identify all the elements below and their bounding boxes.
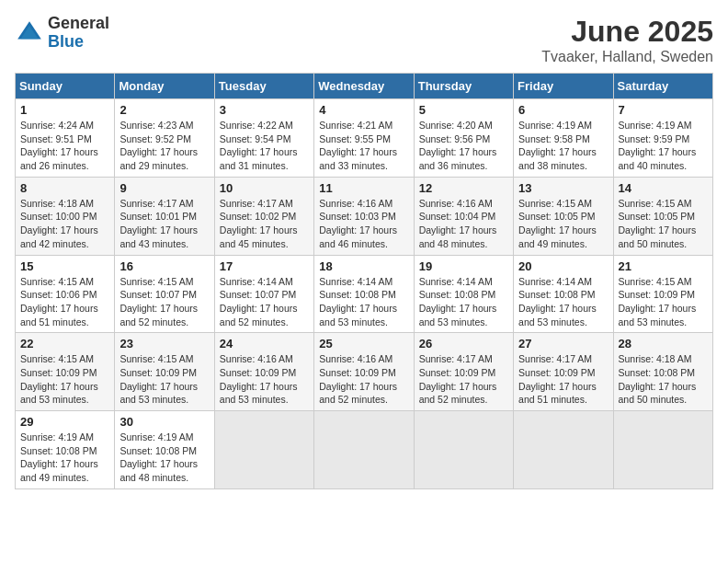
- day-info: Sunrise: 4:15 AM Sunset: 10:07 PM Daylig…: [119, 275, 209, 329]
- day-info: Sunrise: 4:19 AM Sunset: 10:08 PM Daylig…: [119, 431, 209, 485]
- logo: General Blue: [15, 15, 109, 52]
- day-number: 4: [319, 103, 408, 117]
- logo-general-label: General: [48, 15, 109, 33]
- day-info: Sunrise: 4:15 AM Sunset: 10:05 PM Daylig…: [518, 197, 608, 251]
- month-year-title: June 2025: [541, 15, 713, 49]
- day-info: Sunrise: 4:20 AM Sunset: 9:56 PM Dayligh…: [419, 119, 508, 173]
- day-number: 19: [419, 259, 508, 273]
- weekday-header-row: SundayMondayTuesdayWednesdayThursdayFrid…: [16, 74, 713, 99]
- calendar-cell: 3 Sunrise: 4:22 AM Sunset: 9:54 PM Dayli…: [214, 99, 313, 178]
- day-number: 22: [20, 337, 109, 350]
- weekday-header-wednesday: Wednesday: [314, 74, 414, 99]
- calendar-week-row: 1 Sunrise: 4:24 AM Sunset: 9:51 PM Dayli…: [16, 99, 713, 178]
- day-info: Sunrise: 4:17 AM Sunset: 10:02 PM Daylig…: [220, 197, 309, 251]
- day-number: 29: [20, 415, 109, 429]
- calendar-cell: 23 Sunrise: 4:15 AM Sunset: 10:09 PM Day…: [115, 333, 214, 411]
- day-number: 23: [119, 337, 209, 350]
- calendar-cell: 30 Sunrise: 4:19 AM Sunset: 10:08 PM Day…: [115, 411, 214, 489]
- calendar-cell: 13 Sunrise: 4:15 AM Sunset: 10:05 PM Day…: [514, 177, 613, 255]
- day-number: 27: [518, 337, 608, 350]
- day-number: 10: [220, 181, 309, 195]
- day-number: 11: [319, 181, 408, 195]
- day-number: 26: [419, 337, 508, 350]
- day-info: Sunrise: 4:16 AM Sunset: 10:04 PM Daylig…: [419, 197, 508, 251]
- title-area: June 2025 Tvaaker, Halland, Sweden: [541, 15, 713, 65]
- weekday-header-tuesday: Tuesday: [214, 74, 313, 99]
- day-info: Sunrise: 4:17 AM Sunset: 10:09 PM Daylig…: [419, 352, 508, 407]
- day-number: 15: [20, 259, 109, 273]
- calendar-week-row: 15 Sunrise: 4:15 AM Sunset: 10:06 PM Day…: [16, 255, 713, 333]
- day-number: 14: [619, 181, 708, 195]
- calendar-cell: 21 Sunrise: 4:15 AM Sunset: 10:09 PM Day…: [613, 255, 712, 333]
- day-info: Sunrise: 4:15 AM Sunset: 10:09 PM Daylig…: [619, 275, 708, 329]
- day-number: 25: [319, 337, 408, 350]
- calendar-cell: 5 Sunrise: 4:20 AM Sunset: 9:56 PM Dayli…: [414, 99, 513, 178]
- day-number: 17: [220, 259, 309, 273]
- calendar-table: SundayMondayTuesdayWednesdayThursdayFrid…: [15, 73, 713, 489]
- calendar-cell: 26 Sunrise: 4:17 AM Sunset: 10:09 PM Day…: [414, 333, 513, 411]
- day-number: 16: [119, 259, 209, 273]
- day-number: 7: [619, 103, 708, 117]
- day-info: Sunrise: 4:19 AM Sunset: 9:58 PM Dayligh…: [518, 119, 608, 173]
- day-info: Sunrise: 4:24 AM Sunset: 9:51 PM Dayligh…: [20, 119, 109, 173]
- logo-icon: [15, 18, 44, 48]
- header: General Blue June 2025 Tvaaker, Halland,…: [15, 15, 713, 65]
- day-info: Sunrise: 4:23 AM Sunset: 9:52 PM Dayligh…: [119, 119, 209, 173]
- logo-blue-label: Blue: [48, 33, 109, 52]
- calendar-cell: 25 Sunrise: 4:16 AM Sunset: 10:09 PM Day…: [314, 333, 414, 411]
- location-subtitle: Tvaaker, Halland, Sweden: [541, 49, 713, 65]
- day-info: Sunrise: 4:22 AM Sunset: 9:54 PM Dayligh…: [220, 119, 309, 173]
- calendar-week-row: 8 Sunrise: 4:18 AM Sunset: 10:00 PM Dayl…: [16, 177, 713, 255]
- day-info: Sunrise: 4:15 AM Sunset: 10:06 PM Daylig…: [20, 275, 109, 329]
- day-info: Sunrise: 4:14 AM Sunset: 10:08 PM Daylig…: [419, 275, 508, 329]
- calendar-cell: [414, 411, 513, 489]
- day-number: 12: [419, 181, 508, 195]
- day-number: 24: [220, 337, 309, 350]
- day-number: 6: [518, 103, 608, 117]
- calendar-cell: [613, 411, 712, 489]
- calendar-cell: 19 Sunrise: 4:14 AM Sunset: 10:08 PM Day…: [414, 255, 513, 333]
- calendar-cell: 7 Sunrise: 4:19 AM Sunset: 9:59 PM Dayli…: [613, 99, 712, 178]
- calendar-cell: 17 Sunrise: 4:14 AM Sunset: 10:07 PM Day…: [214, 255, 313, 333]
- calendar-cell: 20 Sunrise: 4:14 AM Sunset: 10:08 PM Day…: [514, 255, 613, 333]
- calendar-cell: 8 Sunrise: 4:18 AM Sunset: 10:00 PM Dayl…: [16, 177, 115, 255]
- day-number: 8: [20, 181, 109, 195]
- day-info: Sunrise: 4:15 AM Sunset: 10:05 PM Daylig…: [619, 197, 708, 251]
- day-info: Sunrise: 4:14 AM Sunset: 10:08 PM Daylig…: [319, 275, 408, 329]
- day-number: 20: [518, 259, 608, 273]
- day-info: Sunrise: 4:15 AM Sunset: 10:09 PM Daylig…: [119, 352, 209, 407]
- calendar-week-row: 29 Sunrise: 4:19 AM Sunset: 10:08 PM Day…: [16, 411, 713, 489]
- day-info: Sunrise: 4:14 AM Sunset: 10:07 PM Daylig…: [220, 275, 309, 329]
- calendar-cell: 22 Sunrise: 4:15 AM Sunset: 10:09 PM Day…: [16, 333, 115, 411]
- day-number: 5: [419, 103, 508, 117]
- day-number: 30: [119, 415, 209, 429]
- calendar-cell: 28 Sunrise: 4:18 AM Sunset: 10:08 PM Day…: [613, 333, 712, 411]
- day-number: 21: [619, 259, 708, 273]
- day-info: Sunrise: 4:16 AM Sunset: 10:09 PM Daylig…: [220, 352, 309, 407]
- calendar-cell: 10 Sunrise: 4:17 AM Sunset: 10:02 PM Day…: [214, 177, 313, 255]
- calendar-cell: 16 Sunrise: 4:15 AM Sunset: 10:07 PM Day…: [115, 255, 214, 333]
- calendar-cell: 11 Sunrise: 4:16 AM Sunset: 10:03 PM Day…: [314, 177, 414, 255]
- day-number: 13: [518, 181, 608, 195]
- day-info: Sunrise: 4:21 AM Sunset: 9:55 PM Dayligh…: [319, 119, 408, 173]
- calendar-cell: 2 Sunrise: 4:23 AM Sunset: 9:52 PM Dayli…: [115, 99, 214, 178]
- day-info: Sunrise: 4:17 AM Sunset: 10:01 PM Daylig…: [119, 197, 209, 251]
- calendar-cell: 6 Sunrise: 4:19 AM Sunset: 9:58 PM Dayli…: [514, 99, 613, 178]
- calendar-cell: 1 Sunrise: 4:24 AM Sunset: 9:51 PM Dayli…: [16, 99, 115, 178]
- weekday-header-sunday: Sunday: [16, 74, 115, 99]
- day-info: Sunrise: 4:16 AM Sunset: 10:03 PM Daylig…: [319, 197, 408, 251]
- calendar-cell: [214, 411, 313, 489]
- calendar-cell: 24 Sunrise: 4:16 AM Sunset: 10:09 PM Day…: [214, 333, 313, 411]
- day-number: 18: [319, 259, 408, 273]
- weekday-header-saturday: Saturday: [613, 74, 712, 99]
- calendar-cell: 27 Sunrise: 4:17 AM Sunset: 10:09 PM Day…: [514, 333, 613, 411]
- day-number: 1: [20, 103, 109, 117]
- weekday-header-monday: Monday: [115, 74, 214, 99]
- day-info: Sunrise: 4:18 AM Sunset: 10:00 PM Daylig…: [20, 197, 109, 251]
- weekday-header-thursday: Thursday: [414, 74, 513, 99]
- day-number: 9: [119, 181, 209, 195]
- calendar-cell: 15 Sunrise: 4:15 AM Sunset: 10:06 PM Day…: [16, 255, 115, 333]
- day-number: 3: [220, 103, 309, 117]
- day-number: 2: [119, 103, 209, 117]
- day-info: Sunrise: 4:14 AM Sunset: 10:08 PM Daylig…: [518, 275, 608, 329]
